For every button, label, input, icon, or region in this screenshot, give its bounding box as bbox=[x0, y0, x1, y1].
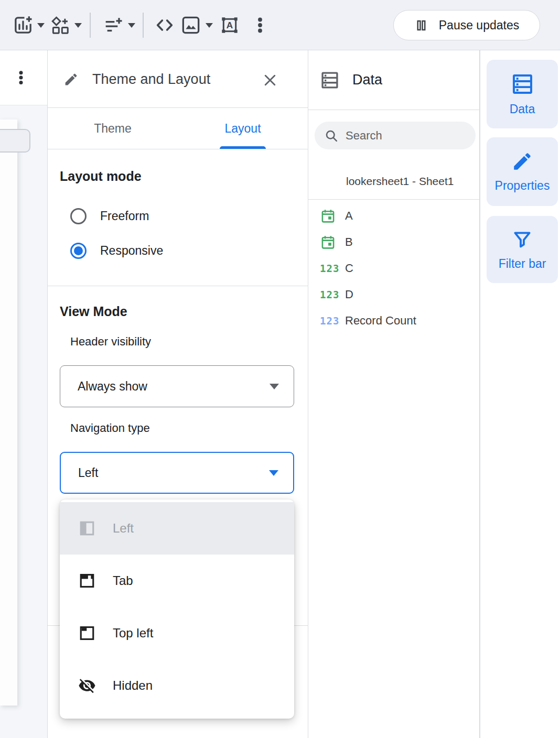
dropdown-caret-icon bbox=[269, 470, 278, 476]
nav-tab-icon bbox=[78, 572, 96, 590]
navigation-type-label: Navigation type bbox=[70, 421, 150, 435]
toolbar-divider bbox=[143, 13, 144, 38]
dropdown-option-tab[interactable]: Tab bbox=[60, 555, 294, 607]
pencil-icon bbox=[511, 150, 533, 172]
dropdown-option-left[interactable]: Left bbox=[60, 502, 294, 555]
add-control-icon bbox=[50, 15, 70, 35]
field-row-record-count[interactable]: 123 Record Count bbox=[308, 308, 479, 334]
more-options-icon bbox=[251, 16, 270, 35]
field-row-b[interactable]: B bbox=[308, 229, 479, 255]
pause-icon bbox=[414, 18, 428, 32]
radio-unselected-icon bbox=[70, 208, 87, 224]
close-icon bbox=[262, 72, 278, 88]
add-filter-icon bbox=[103, 15, 124, 36]
top-toolbar: A Pause updates bbox=[0, 0, 560, 50]
field-search-input[interactable]: Search bbox=[315, 122, 476, 149]
search-placeholder: Search bbox=[346, 129, 382, 143]
header-visibility-label: Header visibility bbox=[70, 335, 151, 349]
data-source-divider bbox=[308, 199, 479, 200]
add-chart-icon bbox=[13, 15, 34, 36]
rail-button-properties[interactable]: Properties bbox=[487, 137, 558, 206]
svg-text:A: A bbox=[227, 20, 233, 30]
panel-title: Theme and Layout bbox=[92, 50, 210, 108]
radio-option-freeform[interactable]: Freeform bbox=[70, 208, 149, 224]
view-mode-heading: View Mode bbox=[60, 304, 127, 319]
field-row-a[interactable]: A bbox=[308, 203, 479, 229]
data-source-name[interactable]: lookersheet1 - Sheet1 bbox=[346, 175, 454, 188]
navigation-type-dropdown-menu: Left Tab To bbox=[60, 500, 294, 719]
add-image-icon bbox=[180, 15, 201, 36]
rail-button-data[interactable]: Data bbox=[487, 60, 558, 128]
theme-layout-tabs: Theme Layout bbox=[48, 108, 308, 149]
nav-left-icon bbox=[78, 519, 96, 537]
nav-top-left-icon bbox=[78, 624, 96, 642]
pause-updates-button[interactable]: Pause updates bbox=[393, 10, 540, 40]
add-control-button[interactable] bbox=[50, 0, 82, 50]
radio-option-responsive[interactable]: Responsive bbox=[70, 243, 163, 259]
looker-studio-screen: A Pause updates bbox=[0, 0, 560, 738]
toolbar-divider bbox=[90, 13, 91, 38]
header-visibility-select[interactable]: Always show bbox=[60, 365, 294, 407]
dropdown-option-hidden[interactable]: Hidden bbox=[60, 659, 294, 712]
pencil-icon bbox=[63, 72, 79, 87]
field-row-d[interactable]: 123 D bbox=[308, 281, 479, 308]
123-icon: 123 bbox=[320, 289, 342, 300]
kebab-menu-icon bbox=[13, 68, 29, 88]
add-text-icon: A bbox=[220, 16, 239, 35]
report-page bbox=[0, 120, 17, 706]
pause-updates-label: Pause updates bbox=[439, 18, 519, 32]
dropdown-caret-icon bbox=[270, 384, 279, 389]
embed-code-button[interactable] bbox=[154, 0, 175, 50]
data-table-icon bbox=[511, 72, 534, 96]
filter-funnel-icon bbox=[511, 229, 533, 251]
chevron-down-icon bbox=[37, 23, 45, 28]
add-filter-button[interactable] bbox=[103, 0, 135, 50]
tab-theme[interactable]: Theme bbox=[48, 108, 178, 149]
report-canvas bbox=[0, 105, 47, 738]
layout-mode-heading: Layout mode bbox=[60, 169, 142, 184]
123-icon: 123 bbox=[320, 263, 342, 274]
radio-selected-icon bbox=[70, 243, 87, 259]
tab-layout[interactable]: Layout bbox=[178, 108, 308, 149]
canvas-control-chip[interactable] bbox=[0, 129, 30, 153]
page-more-options-button[interactable] bbox=[13, 68, 29, 88]
data-panel: Data Search lookersheet1 - Sheet1 A bbox=[308, 50, 480, 738]
calendar-icon bbox=[320, 208, 342, 224]
add-image-button[interactable] bbox=[180, 0, 213, 50]
embed-code-icon bbox=[154, 15, 175, 36]
chevron-down-icon bbox=[74, 23, 82, 28]
page-options-strip bbox=[0, 50, 47, 105]
right-rail: Data Properties Filter bar bbox=[480, 50, 560, 738]
section-divider bbox=[48, 286, 308, 286]
close-panel-button[interactable] bbox=[262, 72, 278, 88]
data-table-icon bbox=[320, 70, 340, 90]
calendar-icon bbox=[320, 234, 342, 251]
chevron-down-icon bbox=[206, 23, 213, 28]
add-text-button[interactable]: A bbox=[220, 0, 239, 50]
field-row-c[interactable]: 123 C bbox=[308, 255, 479, 281]
visibility-off-icon bbox=[78, 677, 96, 694]
active-tab-indicator bbox=[220, 146, 266, 149]
toolbar-more-options-button[interactable] bbox=[251, 0, 270, 50]
theme-panel-header: Theme and Layout bbox=[48, 50, 308, 108]
dropdown-option-top-left[interactable]: Top left bbox=[60, 607, 294, 659]
search-icon bbox=[324, 128, 339, 143]
navigation-type-select[interactable]: Left bbox=[60, 452, 294, 494]
123-icon: 123 bbox=[320, 315, 342, 327]
add-chart-button[interactable] bbox=[13, 0, 45, 50]
theme-and-layout-panel: Theme and Layout Theme Layout Layout mod… bbox=[47, 50, 308, 738]
chevron-down-icon bbox=[128, 23, 135, 28]
data-panel-title: Data bbox=[352, 72, 382, 88]
rail-button-filter-bar[interactable]: Filter bar bbox=[487, 216, 558, 283]
data-panel-header: Data bbox=[308, 50, 479, 110]
